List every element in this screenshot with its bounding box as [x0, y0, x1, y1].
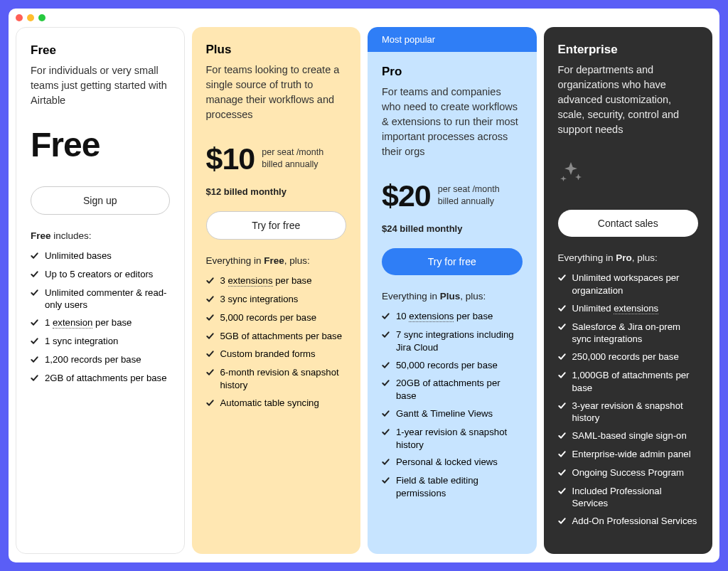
includes-title: Everything in Free, plus: [206, 255, 347, 266]
check-icon [558, 369, 566, 383]
price-subtext: per seat /monthbilled annually [438, 183, 500, 208]
feature-text: 7 sync integrations including Jira Cloud [396, 329, 523, 354]
feature-text: Unlimited workspaces per organization [572, 272, 699, 297]
window-titlebar [9, 9, 719, 27]
feature-item: 50,000 records per base [382, 359, 523, 373]
feature-text: Custom branded forms [220, 348, 347, 361]
feature-item: 2GB of attachments per base [31, 372, 170, 385]
feature-text: 50,000 records per base [396, 359, 523, 372]
feature-item: 3-year revision & snapshot history [558, 400, 699, 425]
feature-text: Add-On Professional Services [572, 515, 699, 528]
price-block: $10per seat /monthbilled annually [206, 138, 347, 179]
feature-item: Gantt & Timeline Views [382, 407, 523, 421]
check-icon [31, 353, 38, 367]
feature-item: 1 extension per base [31, 316, 170, 330]
feature-item: Unlimited extensions [558, 302, 699, 316]
plan-description: For individuals or very small teams just… [31, 63, 170, 108]
check-icon [558, 302, 566, 316]
maximize-icon[interactable] [38, 14, 46, 21]
cta-plus[interactable]: Try for free [206, 211, 347, 240]
feature-item: 10 extensions per base [382, 310, 523, 324]
cta-free[interactable]: Sign up [31, 186, 170, 215]
feature-text: 2GB of attachments per base [45, 372, 170, 385]
feature-item: Ongoing Success Program [558, 466, 699, 480]
minimize-icon[interactable] [27, 14, 34, 21]
feature-item: 5GB of attachments per base [206, 330, 347, 343]
check-icon [31, 372, 38, 385]
feature-text: 10 extensions per base [396, 310, 523, 323]
check-icon [558, 321, 566, 334]
plan-name: Pro [382, 65, 523, 79]
feature-item: 3 extensions per base [206, 274, 347, 288]
feature-item: Field & table editing permissions [382, 474, 523, 500]
feature-text: 1,200 records per base [45, 353, 170, 366]
feature-text: 3-year revision & snapshot history [572, 400, 699, 425]
check-icon [31, 268, 38, 282]
feature-text: Unlimited bases [45, 250, 170, 262]
feature-text: Ongoing Success Program [572, 466, 699, 479]
feature-text: Field & table editing permissions [396, 474, 523, 500]
feature-text: 3 extensions per base [220, 274, 347, 287]
feature-list: 10 extensions per base7 sync integration… [382, 310, 523, 505]
price-monthly: $24 billed monthly [382, 223, 523, 234]
feature-text: 3 sync integrations [220, 293, 347, 306]
close-icon[interactable] [16, 14, 23, 21]
includes-title: Everything in Plus, plus: [382, 291, 523, 301]
cta-ent[interactable]: Contact sales [558, 210, 699, 237]
check-icon [382, 377, 390, 390]
feature-text: 1,000GB of attachments per base [572, 369, 699, 395]
check-icon [558, 515, 566, 528]
feature-item: Unlimited bases [31, 250, 170, 263]
includes-title: Free includes: [31, 230, 170, 241]
feature-text: 1 extension per base [45, 316, 170, 329]
check-icon [31, 316, 38, 330]
check-icon [206, 274, 214, 288]
feature-item: 5,000 records per base [206, 311, 347, 325]
feature-item: Salesforce & Jira on-prem sync integrati… [558, 321, 699, 346]
check-icon [31, 287, 38, 300]
feature-text: SAML-based single sign-on [572, 429, 699, 442]
feature-item: Unlimited workspaces per organization [558, 272, 699, 297]
feature-text: 1-year revision & snapshot history [396, 426, 523, 452]
plan-card-ent: EnterpriseFor departments and organizati… [544, 27, 713, 554]
most-popular-badge: Most popular [368, 27, 537, 52]
price-block: Free [31, 124, 170, 165]
feature-item: 3 sync integrations [206, 293, 347, 306]
feature-item: 20GB of attachments per base [382, 377, 523, 402]
check-icon [206, 366, 214, 380]
check-icon [558, 272, 566, 285]
feature-item: Personal & locked views [382, 456, 523, 469]
check-icon [382, 474, 390, 488]
check-icon [206, 330, 214, 343]
check-icon [206, 348, 214, 361]
feature-text: Personal & locked views [396, 456, 523, 469]
feature-item: 6-month revision & snapshot history [206, 366, 347, 392]
feature-item: Up to 5 creators or editors [31, 268, 170, 282]
feature-item: 1,000GB of attachments per base [558, 369, 699, 395]
feature-text: 5GB of attachments per base [220, 330, 347, 343]
plan-card-plus: PlusFor teams looking to create a single… [192, 27, 361, 554]
feature-list: 3 extensions per base3 sync integrations… [206, 274, 347, 415]
feature-text: Enterprise-wide admin panel [572, 448, 699, 461]
price-amount: $10 [206, 142, 255, 176]
feature-item: 1-year revision & snapshot history [382, 426, 523, 452]
feature-list: Unlimited workspaces per organizationUnl… [558, 272, 699, 533]
check-icon [206, 311, 214, 325]
feature-item: Included Professional Services [558, 485, 699, 511]
price-amount: Free [31, 125, 100, 164]
check-icon [558, 351, 566, 364]
plan-description: For departments and organizations who ha… [558, 63, 699, 137]
browser-frame: FreeFor individuals or very small teams … [9, 9, 719, 562]
price-monthly: $12 billed monthly [206, 186, 347, 197]
feature-text: 1 sync integration [45, 335, 170, 348]
feature-text: Salesforce & Jira on-prem sync integrati… [572, 321, 699, 346]
plan-name: Enterprise [558, 43, 699, 57]
feature-text: 5,000 records per base [220, 311, 347, 324]
cta-pro[interactable]: Try for free [382, 248, 523, 275]
check-icon [558, 448, 566, 461]
plan-card-free: FreeFor individuals or very small teams … [16, 27, 185, 554]
sparkle-icon [558, 160, 699, 188]
check-icon [382, 426, 390, 439]
check-icon [206, 397, 214, 410]
check-icon [382, 310, 390, 324]
